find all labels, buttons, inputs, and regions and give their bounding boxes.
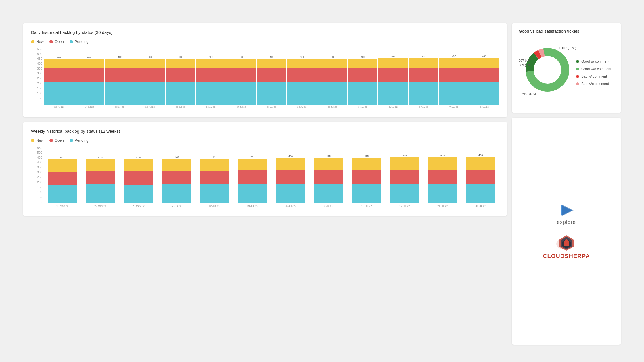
daily-x-label: 24 Jul 22 bbox=[226, 106, 256, 110]
weekly-chart-area: 550 500 450 400 350 300 250 200 150 100 … bbox=[31, 146, 499, 209]
wpending-segment bbox=[428, 184, 457, 203]
legend-open-label: Open bbox=[55, 39, 64, 44]
y-label-150: 150 bbox=[37, 86, 42, 90]
wnew-segment bbox=[428, 157, 457, 170]
weekly-bar-value: 473 bbox=[174, 155, 179, 158]
daily-x-label: 5 Aug 22 bbox=[409, 106, 438, 110]
wopen-segment bbox=[390, 170, 419, 184]
new-segment bbox=[348, 59, 378, 68]
donut-dot-bad-wo bbox=[576, 82, 579, 85]
new-segment bbox=[105, 59, 135, 68]
wy-200: 200 bbox=[37, 180, 42, 184]
wopen-segment bbox=[200, 171, 229, 184]
wpending-segment bbox=[200, 184, 229, 203]
daily-stacked-bar bbox=[409, 58, 438, 105]
wpending-segment bbox=[390, 184, 419, 203]
daily-x-label: 9 Aug 22 bbox=[469, 106, 499, 110]
open-segment bbox=[226, 68, 256, 82]
daily-bar-value: 490 bbox=[361, 56, 365, 58]
wopen-dot bbox=[49, 139, 53, 142]
open-segment bbox=[74, 68, 104, 82]
wpending-segment bbox=[86, 184, 115, 203]
weekly-bar-value: 493 bbox=[478, 154, 483, 157]
wy-500: 500 bbox=[37, 151, 42, 154]
weekly-stacked-bar bbox=[428, 157, 457, 203]
wnew-segment bbox=[466, 157, 496, 170]
wpending-dot bbox=[70, 139, 73, 142]
weekly-stacked-bar bbox=[238, 159, 267, 203]
wlegend-pending-label: Pending bbox=[75, 138, 89, 143]
daily-bar-value: 487 bbox=[87, 56, 91, 59]
daily-bar-column: 489 bbox=[226, 56, 256, 105]
weekly-bar-column: 489 bbox=[424, 154, 461, 203]
wy-350: 350 bbox=[37, 165, 42, 169]
legend-pending: Pending bbox=[70, 39, 89, 44]
new-segment bbox=[257, 59, 287, 68]
donut-label-good-w: 1 107 (16%) bbox=[559, 46, 576, 50]
pending-segment bbox=[105, 82, 135, 105]
weekly-bar-column: 477 bbox=[234, 155, 271, 203]
donut-label-bad-w: 297 (4%) bbox=[519, 59, 532, 62]
cloud-text: CLOUD bbox=[543, 253, 565, 259]
wopen-segment bbox=[276, 170, 305, 184]
donut-legend-bad-w: Bad w/ comment bbox=[576, 74, 611, 78]
wy-550: 550 bbox=[37, 146, 42, 149]
y-label-400: 400 bbox=[37, 62, 42, 65]
new-segment bbox=[469, 58, 499, 68]
new-segment bbox=[378, 58, 408, 68]
daily-x-label: 26 Jul 22 bbox=[257, 106, 287, 110]
donut-chart-card: Good vs bad satisfaction tickets bbox=[512, 23, 621, 113]
open-segment bbox=[105, 68, 135, 82]
daily-bar-value: 497 bbox=[452, 55, 456, 57]
donut-dot-good-wo bbox=[576, 68, 579, 70]
open-segment bbox=[196, 68, 226, 82]
weekly-x-label: 3 Jul 22 bbox=[310, 205, 347, 209]
daily-bar-column: 498 bbox=[469, 55, 499, 105]
daily-x-label: 7 Aug 22 bbox=[439, 106, 469, 110]
wnew-segment bbox=[390, 157, 419, 170]
pending-segment bbox=[166, 82, 195, 105]
legend-pending-label: Pending bbox=[75, 39, 89, 44]
new-segment bbox=[409, 58, 438, 68]
donut-legend: Good w/ comment Good w/o comment Bad w/ … bbox=[576, 59, 611, 86]
daily-x-label: 28 Jul 22 bbox=[287, 106, 317, 110]
weekly-x-label: 17 Jul 22 bbox=[386, 205, 423, 209]
pending-segment bbox=[317, 82, 347, 105]
daily-x-label: 20 Jul 22 bbox=[166, 106, 195, 110]
daily-bar-value: 489 bbox=[300, 56, 304, 58]
weekly-x-label: 5 Jun 22 bbox=[158, 205, 195, 209]
weekly-bar-column: 474 bbox=[196, 155, 233, 203]
daily-bar-value: 492 bbox=[421, 55, 425, 58]
daily-bar-value: 489 bbox=[270, 56, 273, 58]
open-segment bbox=[317, 68, 347, 82]
donut-svg bbox=[522, 44, 573, 96]
y-label-550: 550 bbox=[37, 47, 42, 51]
wnew-segment bbox=[200, 159, 229, 171]
pending-segment bbox=[439, 82, 469, 105]
pending-segment bbox=[226, 82, 256, 105]
open-segment bbox=[166, 68, 195, 82]
donut-legend-good-wo: Good w/o comment bbox=[576, 67, 611, 71]
daily-chart-title: Daily historical backlog by status (30 d… bbox=[31, 30, 499, 35]
legend-new: New bbox=[31, 39, 44, 44]
weekly-bar-value: 469 bbox=[136, 156, 141, 159]
weekly-bar-value: 489 bbox=[440, 154, 445, 157]
daily-stacked-bar bbox=[196, 59, 226, 105]
wlegend-open: Open bbox=[49, 138, 64, 143]
wy-50: 50 bbox=[39, 195, 42, 199]
weekly-stacked-bar bbox=[276, 158, 305, 203]
wy-150: 150 bbox=[37, 185, 42, 189]
daily-x-label: 30 Jul 22 bbox=[317, 106, 347, 110]
donut-label-good-wo: 5 295 (76%) bbox=[519, 92, 536, 96]
wy-250: 250 bbox=[37, 175, 42, 179]
open-segment bbox=[348, 68, 378, 82]
weekly-bar-column: 468 bbox=[82, 156, 119, 203]
daily-bar-value: 489 bbox=[179, 56, 182, 58]
daily-bar-column: 492 bbox=[409, 55, 438, 105]
wlegend-new: New bbox=[31, 138, 44, 143]
daily-bar-column: 489 bbox=[105, 56, 135, 105]
daily-x-label: 14 Jul 22 bbox=[74, 106, 104, 110]
pending-segment bbox=[196, 82, 226, 105]
pending-dot bbox=[70, 40, 73, 43]
wnew-segment bbox=[276, 158, 305, 170]
